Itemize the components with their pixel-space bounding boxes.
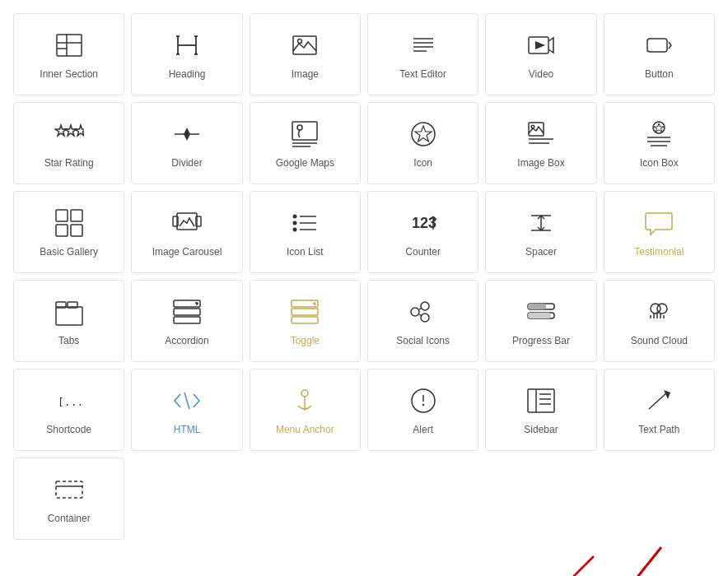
spacer-icon: [526, 208, 556, 238]
video-icon: [526, 30, 556, 60]
widget-card-toggle[interactable]: Toggle: [250, 280, 361, 362]
widget-card-shortcode[interactable]: [...] Shortcode: [13, 369, 124, 451]
star-rating-icon: [54, 119, 84, 149]
menu-anchor-icon: [290, 386, 320, 416]
html-icon: [172, 386, 202, 416]
alert-icon: [408, 386, 438, 416]
google-maps-label: Google Maps: [276, 157, 334, 170]
svg-marker-24: [184, 128, 190, 141]
widget-card-sidebar[interactable]: Sidebar: [485, 369, 596, 451]
svg-line-81: [419, 314, 422, 316]
widget-card-testimonial[interactable]: Testimonial: [604, 191, 715, 273]
heading-icon: [172, 30, 202, 60]
arrow-pointer: [616, 543, 674, 576]
icon-box-icon: [644, 119, 674, 149]
svg-rect-73: [292, 309, 318, 315]
svg-rect-40: [56, 210, 68, 221]
widget-card-divider[interactable]: Divider: [131, 102, 242, 184]
container-label: Container: [48, 513, 91, 526]
text-path-label: Text Path: [638, 424, 679, 437]
widget-card-container[interactable]: Container: [13, 458, 124, 540]
menu-anchor-label: Menu Anchor: [276, 424, 334, 437]
widget-card-button[interactable]: Button: [604, 13, 715, 95]
widget-card-social-icons[interactable]: Social Icons: [367, 280, 478, 362]
progress-bar-icon: [526, 297, 556, 327]
heading-label: Heading: [169, 68, 206, 81]
svg-rect-25: [292, 122, 317, 140]
widget-card-html[interactable]: HTML: [131, 369, 242, 451]
svg-marker-20: [55, 125, 67, 136]
image-carousel-icon: [172, 208, 202, 238]
widget-card-icon-box[interactable]: Icon Box: [604, 102, 715, 184]
widget-card-spacer[interactable]: Spacer: [485, 191, 596, 273]
widget-card-heading[interactable]: Heading: [131, 13, 242, 95]
tabs-icon: [54, 297, 84, 327]
image-box-label: Image Box: [517, 157, 564, 170]
widget-card-video[interactable]: Video: [485, 13, 596, 95]
svg-point-79: [421, 314, 429, 322]
widget-card-image-carousel[interactable]: Image Carousel: [131, 191, 242, 273]
svg-point-78: [421, 302, 429, 310]
svg-rect-11: [293, 36, 316, 54]
widget-card-basic-gallery[interactable]: Basic Gallery: [13, 191, 124, 273]
svg-point-99: [422, 404, 423, 406]
counter-label: Counter: [405, 246, 441, 259]
widget-card-image-box[interactable]: Image Box: [485, 102, 596, 184]
svg-rect-44: [177, 213, 197, 230]
text-editor-icon: [408, 30, 438, 60]
shortcode-label: Shortcode: [46, 424, 91, 437]
widget-card-menu-anchor[interactable]: Menu Anchor: [250, 369, 361, 451]
image-carousel-label: Image Carousel: [152, 246, 222, 259]
svg-marker-18: [535, 41, 545, 49]
svg-rect-85: [528, 313, 551, 318]
tabs-label: Tabs: [58, 335, 79, 348]
svg-rect-43: [71, 225, 82, 236]
svg-rect-41: [71, 210, 82, 221]
widget-card-counter[interactable]: 123 Counter: [367, 191, 478, 273]
widget-card-alert[interactable]: Alert: [367, 369, 478, 451]
sound-cloud-icon: [644, 297, 674, 327]
spacer-label: Spacer: [525, 246, 557, 259]
svg-point-47: [293, 215, 297, 219]
svg-line-94: [184, 393, 189, 409]
svg-point-12: [298, 39, 302, 44]
svg-rect-19: [647, 39, 667, 52]
widget-card-star-rating[interactable]: Star Rating: [13, 102, 124, 184]
widget-card-icon[interactable]: Icon: [367, 102, 478, 184]
svg-point-51: [293, 228, 297, 232]
svg-rect-69: [174, 317, 200, 323]
svg-point-87: [657, 304, 667, 314]
svg-point-77: [411, 308, 419, 316]
svg-rect-83: [528, 304, 546, 309]
svg-marker-30: [415, 126, 432, 142]
container-icon: [54, 475, 84, 504]
toggle-icon: [290, 297, 320, 327]
google-maps-icon: [290, 119, 320, 149]
widget-card-text-path[interactable]: Text Path: [604, 369, 715, 451]
svg-point-95: [301, 390, 308, 397]
widget-card-progress-bar[interactable]: Progress Bar: [485, 280, 596, 362]
sidebar-icon: [526, 386, 556, 416]
widget-card-sound-cloud[interactable]: Sound Cloud: [604, 280, 715, 362]
divider-label: Divider: [171, 157, 202, 170]
social-icons-label: Social Icons: [396, 335, 450, 348]
divider-icon: [172, 119, 202, 149]
widget-card-icon-list[interactable]: Icon List: [250, 191, 361, 273]
icon-box-label: Icon Box: [640, 157, 679, 170]
icon-list-icon: [290, 208, 320, 238]
testimonial-label: Testimonial: [634, 246, 684, 259]
widget-card-tabs[interactable]: Tabs: [13, 280, 124, 362]
toggle-label: Toggle: [291, 335, 320, 348]
text-editor-label: Text Editor: [399, 68, 446, 81]
social-icons-icon: [408, 297, 438, 327]
svg-text:[...]: [...]: [58, 396, 84, 408]
widget-card-inner-section[interactable]: Inner Section: [13, 13, 124, 95]
svg-rect-100: [528, 389, 554, 412]
widget-card-google-maps[interactable]: Google Maps: [250, 102, 361, 184]
icon-label: Icon: [413, 157, 432, 170]
widget-card-text-editor[interactable]: Text Editor: [367, 13, 478, 95]
basic-gallery-icon: [54, 208, 84, 238]
widget-card-image[interactable]: Image: [250, 13, 361, 95]
icon-icon: [408, 119, 438, 149]
widget-card-accordion[interactable]: Accordion: [131, 280, 242, 362]
